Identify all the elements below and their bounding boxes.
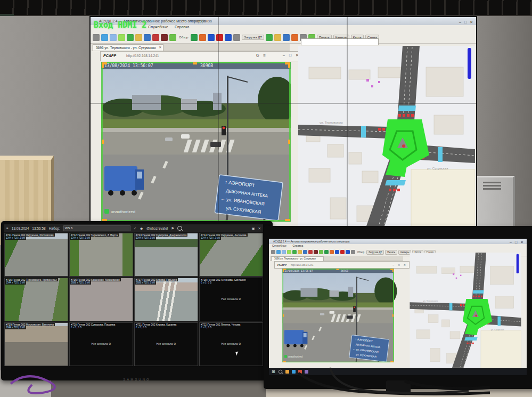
toolbar-icon[interactable] [287,250,291,254]
title-bar[interactable]: АСУДД 2.4 — Автоматизированное рабочее м… [269,239,527,244]
camera-tile[interactable]: #717 Пенза 002 Кирова, Горького 2688 x 7… [134,278,198,321]
desk-toolbar-icons [271,250,355,254]
windows-taskbar: ⊞ [269,368,527,375]
tab-intersection[interactable]: 3696 ул. Терновского - ул. Сухумская ✕ [93,44,163,51]
camera-tile[interactable]: #714 Пенза 002 Окружная, Антонова 1344 x… [199,233,263,277]
toolbar-icon[interactable] [101,34,108,41]
toolbar-icon[interactable] [225,34,232,41]
toolbar-icon[interactable] [144,34,151,41]
camera-tile-meta: 1344 x 720 | 2 Мб [5,326,26,329]
toolbar-icon[interactable] [169,34,176,41]
camera-tile[interactable]: #718 Пенза 002 Антонова, Согласия 0 x 0 … [199,278,263,321]
hamburger-icon[interactable]: ≡ [6,226,9,230]
layout-select[interactable]: WS 6 [63,225,130,231]
toolbar-icon[interactable] [283,34,290,41]
toolbar-icon[interactable] [303,250,307,254]
toolbar-icon[interactable] [161,34,168,41]
hamburger-icon[interactable]: ≡ [263,53,266,58]
load-dt-button[interactable]: Загрузка ДТ [366,250,384,255]
toolbar-icon[interactable] [292,250,297,254]
start-button[interactable]: ⊞ [272,369,275,374]
toolbar-icon[interactable] [298,250,302,254]
camera-tile[interactable]: #721 Пенза 002 Кирова, Кураева 0 x 0 | 0… [134,322,198,366]
vms-toolbar: ≡ 13.08.2024 13:56:58 Набор: WS 6 ✓ ☻ @o… [4,224,263,232]
pcapp-window-controls[interactable]: – □ ✕ [392,263,407,266]
browse-label[interactable]: Обзор [179,36,188,39]
expand-icon[interactable]: ▣ [251,226,255,231]
toolbar-icon[interactable] [274,34,281,41]
toolbar-icon[interactable] [118,34,125,41]
load-dt-button[interactable]: Загрузка ДТ [242,35,264,40]
pcapp-url[interactable]: http://192.168.14.241 [126,54,159,58]
print-button[interactable]: Печать [385,250,397,255]
taskbar-app-icon[interactable] [305,370,308,374]
toolbar-icon[interactable] [199,34,206,41]
flag-icon[interactable]: ⚑ [171,226,174,231]
toolbar-icon[interactable] [93,34,100,41]
toolbar-icon[interactable] [314,250,318,254]
camera-tile[interactable]: #720 Пенза 002 Суворова, Пацаева 0 x 0 |… [69,322,133,366]
no-signal-label: Нет сигнала ⊘ [200,297,263,301]
mouse-cursor [236,352,239,356]
toolbar-icon[interactable] [127,34,134,41]
camera-feed[interactable] [275,269,401,362]
toolbar-icon[interactable] [152,34,159,41]
camera-feed[interactable] [101,62,291,222]
close-icon[interactable]: ✕ [258,226,261,231]
pcapp-url[interactable]: http://192.168.14.241 [291,264,314,266]
tab-intersection[interactable]: 3696 ул. Терновского - ул. Сухумская [271,256,324,261]
toolbar-icon[interactable] [340,250,345,254]
menu-item[interactable]: Справка [175,25,189,29]
toolbar-icon[interactable] [110,34,117,41]
refresh-icon[interactable]: ↻ [256,53,259,58]
maximize-icon: □ [515,240,518,244]
toolbar-icon[interactable] [319,250,323,254]
toolbar-icon[interactable] [135,34,142,41]
title-bar[interactable]: АСУДД 2.4 — Автоматизированное рабочее м… [91,17,476,25]
tab-row: 3696 ул. Терновского - ул. Сухумская ✕ [92,44,290,51]
vms-time: 13:56:58 [32,226,45,230]
camera-tile[interactable]: #713 Пенза 002 Суворова, Дзержинского 13… [134,233,198,277]
toolbar-icon[interactable] [266,34,273,41]
toolbar-icon[interactable] [233,34,240,41]
taskbar-app-icon[interactable] [285,370,289,374]
toolbar-icon[interactable] [324,250,329,254]
toolbar-icon[interactable] [282,250,286,254]
toolbar-icon[interactable] [330,250,334,254]
toolbar-icon[interactable] [208,34,215,41]
menu-item[interactable]: Справка [293,244,304,247]
username: @obozrevatel [146,226,168,230]
no-signal-label: Нет сигнала ⊘ [70,342,133,345]
intersection-map[interactable] [298,46,475,229]
menu-item[interactable]: Служебные [272,244,287,247]
check-icon[interactable]: ✓ [134,226,136,231]
toolbar-icon[interactable] [346,250,350,254]
tab-close-icon[interactable]: ✕ [159,45,161,51]
left-monitor: ≡ 13.08.2024 13:56:58 Набор: WS 6 ✓ ☻ @o… [1,221,273,380]
toolbar-input[interactable] [301,38,379,45]
asudd-app-window: АСУДД 2.4 — Автоматизированное рабочее м… [91,17,476,231]
taskbar-app-icon[interactable] [298,370,302,374]
camera-tile[interactable]: #715 Пенза 002 Терновского, Кривозерье 1… [4,278,68,321]
toolbar-icon[interactable] [351,250,355,254]
toolbar-icon[interactable] [191,34,198,41]
taskbar-app-icon[interactable] [292,370,296,374]
intersection-map[interactable] [406,253,525,368]
camera-tile[interactable]: #716 Пенза 002 Казанская, Московская 268… [69,278,133,321]
toolbar-icon[interactable] [271,250,275,254]
camera-tile[interactable]: #712 Пенза 002 Терновского, 8 Марта 1344… [69,233,133,277]
search-icon[interactable] [177,226,182,231]
toolbar-icon[interactable] [335,250,339,254]
minimize-icon: – [510,240,513,244]
browse-label[interactable]: Обзор [357,251,364,254]
camera-tile[interactable]: #722 Пенза 002 Ленина, Чехова 0 x 0 | 0 … [199,322,263,366]
no-signal-label: Нет сигнала ⊘ [200,342,263,345]
toolbar-icon[interactable] [308,250,313,254]
toolbar-icon[interactable] [276,250,281,254]
camera-tile[interactable]: #711 Пенза 002 Окружная, Ростовская 1344… [4,233,68,277]
toolbar-icon[interactable] [291,34,298,41]
camera-tile[interactable]: #719 Пенза 002 Московская, Бакунина 1344… [4,322,68,366]
search-icon[interactable] [279,370,282,374]
close-icon: ✕ [520,240,525,244]
menu-item[interactable]: Служебные [148,25,168,29]
